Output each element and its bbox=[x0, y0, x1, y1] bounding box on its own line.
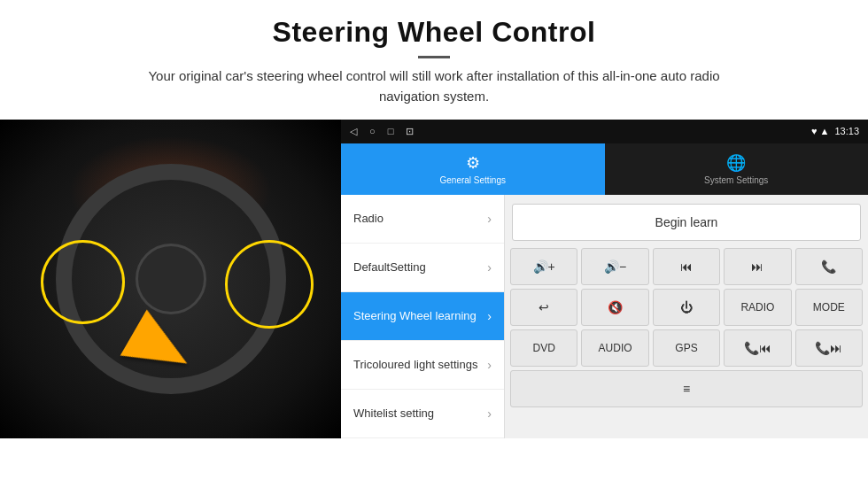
power-button[interactable]: ⏻ bbox=[653, 289, 720, 326]
begin-learn-row: Begin learn bbox=[510, 200, 863, 244]
dvd-button[interactable]: DVD bbox=[510, 329, 577, 367]
next-track-button[interactable]: ⏭ bbox=[724, 248, 791, 285]
status-bar: ◁ ○ □ ⊡ ♥ ▲ 13:13 bbox=[341, 120, 868, 144]
menu-item-steering[interactable]: Steering Wheel learning › bbox=[341, 292, 504, 341]
begin-learn-button[interactable]: Begin learn bbox=[512, 204, 861, 241]
chevron-icon: › bbox=[487, 358, 492, 372]
vol-up-button[interactable]: 🔊+ bbox=[510, 248, 577, 285]
mode-button[interactable]: MODE bbox=[795, 289, 863, 326]
main-content: ◁ ○ □ ⊡ ♥ ▲ 13:13 ⚙ General Settings 🌐 S… bbox=[0, 120, 868, 438]
arrow-indicator bbox=[129, 321, 200, 375]
system-settings-label: System Settings bbox=[704, 175, 768, 185]
tel-next-button[interactable]: 📞⏭ bbox=[795, 329, 863, 367]
tel-prev-button[interactable]: 📞⏮ bbox=[724, 329, 791, 367]
button-grid: Begin learn 🔊+ 🔊− ⏮ ⏭ bbox=[505, 195, 868, 438]
vol-down-button[interactable]: 🔊− bbox=[581, 248, 648, 285]
gps-label: GPS bbox=[675, 342, 697, 354]
recent-nav-icon[interactable]: □ bbox=[388, 126, 394, 136]
menu-item-tricoloured[interactable]: Tricoloured light settings › bbox=[341, 341, 504, 390]
home-nav-icon[interactable]: ○ bbox=[369, 126, 376, 136]
radio-button[interactable]: RADIO bbox=[724, 289, 791, 326]
tab-general-settings[interactable]: ⚙ General Settings bbox=[341, 143, 605, 194]
prev-track-button[interactable]: ⏮ bbox=[653, 248, 720, 285]
menu-tricoloured-label: Tricoloured light settings bbox=[353, 358, 477, 371]
button-row-3: DVD AUDIO GPS 📞⏮ 📞⏭ bbox=[510, 329, 863, 367]
prev-track-icon: ⏮ bbox=[680, 259, 693, 274]
android-panel: ◁ ○ □ ⊡ ♥ ▲ 13:13 ⚙ General Settings 🌐 S… bbox=[341, 120, 868, 438]
dvd-label: DVD bbox=[533, 342, 555, 354]
steering-wheel-image bbox=[0, 120, 341, 438]
sw-background bbox=[0, 120, 341, 438]
nav-icons: ◁ ○ □ ⊡ bbox=[350, 126, 414, 137]
next-track-icon: ⏭ bbox=[751, 259, 763, 274]
mode-label: MODE bbox=[813, 301, 845, 314]
menu-steering-label: Steering Wheel learning bbox=[353, 309, 477, 322]
chevron-icon: › bbox=[487, 212, 492, 226]
system-settings-icon: 🌐 bbox=[726, 153, 746, 173]
settings-menu: Radio › DefaultSetting › Steering Wheel … bbox=[341, 195, 505, 438]
status-indicators: ♥ ▲ 13:13 bbox=[811, 126, 859, 136]
highlight-right bbox=[225, 240, 314, 329]
back-nav-icon[interactable]: ◁ bbox=[350, 126, 357, 137]
audio-button[interactable]: AUDIO bbox=[581, 329, 648, 367]
header-divider bbox=[418, 56, 450, 58]
audio-label: AUDIO bbox=[599, 342, 632, 354]
tab-system-settings[interactable]: 🌐 System Settings bbox=[605, 143, 869, 194]
tel-next-icon: 📞⏭ bbox=[815, 341, 842, 355]
menu-radio-label: Radio bbox=[353, 212, 384, 225]
header-subtitle: Your original car's steering wheel contr… bbox=[124, 66, 744, 107]
vol-up-icon: 🔊+ bbox=[533, 259, 555, 274]
menu-default-label: DefaultSetting bbox=[353, 260, 426, 274]
button-row-2: ↩ 🔇 ⏻ RADIO MODE bbox=[510, 289, 863, 326]
screenshot-nav-icon[interactable]: ⊡ bbox=[406, 126, 414, 137]
button-row-1: 🔊+ 🔊− ⏮ ⏭ 📞 bbox=[510, 248, 863, 285]
mute-button[interactable]: 🔇 bbox=[581, 289, 648, 326]
back-button[interactable]: ↩ bbox=[510, 289, 577, 326]
chevron-icon: › bbox=[487, 260, 492, 275]
menu-item-default[interactable]: DefaultSetting › bbox=[341, 244, 504, 292]
tab-bar: ⚙ General Settings 🌐 System Settings bbox=[341, 143, 868, 194]
menu-item-whitelist[interactable]: Whitelist setting › bbox=[341, 390, 504, 438]
back-call-icon: ↩ bbox=[539, 300, 549, 314]
power-icon: ⏻ bbox=[680, 300, 693, 314]
vol-down-icon: 🔊− bbox=[604, 259, 626, 274]
chevron-icon: › bbox=[487, 309, 492, 323]
signal-icon: ♥ ▲ bbox=[811, 126, 829, 136]
tel-prev-icon: 📞⏮ bbox=[744, 341, 771, 355]
mute-icon: 🔇 bbox=[608, 300, 623, 314]
menu-list-button[interactable]: ≡ bbox=[510, 370, 863, 407]
page-title: Steering Wheel Control bbox=[18, 16, 850, 49]
call-button[interactable]: 📞 bbox=[795, 248, 863, 285]
radio-label: RADIO bbox=[740, 301, 774, 314]
call-icon: 📞 bbox=[821, 259, 836, 274]
gps-button[interactable]: GPS bbox=[653, 329, 720, 367]
general-settings-icon: ⚙ bbox=[466, 153, 480, 173]
clock: 13:13 bbox=[834, 126, 859, 136]
menu-item-radio[interactable]: Radio › bbox=[341, 195, 504, 244]
general-settings-label: General Settings bbox=[440, 175, 507, 185]
menu-whitelist-label: Whitelist setting bbox=[353, 406, 434, 420]
page-header: Steering Wheel Control Your original car… bbox=[0, 0, 868, 120]
sw-inner bbox=[136, 244, 206, 314]
button-row-4: ≡ bbox=[510, 370, 863, 407]
highlight-left bbox=[41, 240, 125, 324]
chevron-icon: › bbox=[487, 406, 492, 421]
menu-list-icon: ≡ bbox=[683, 382, 690, 396]
content-area: Radio › DefaultSetting › Steering Wheel … bbox=[341, 195, 868, 438]
